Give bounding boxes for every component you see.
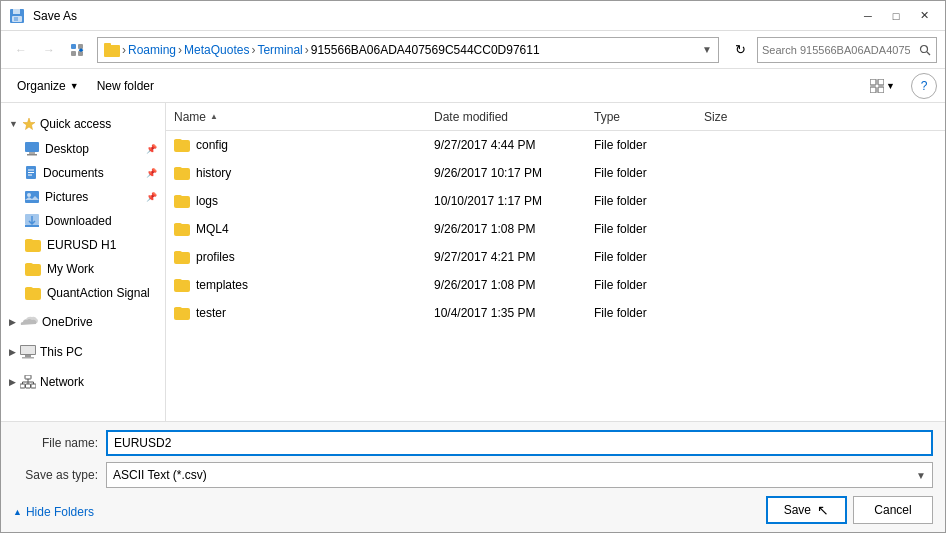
content-area: ▼ Quick access Desktop 📌 — [1, 103, 945, 421]
maximize-button[interactable]: □ — [883, 6, 909, 26]
folder-mywork-icon — [25, 263, 41, 276]
breadcrumb-terminal[interactable]: Terminal — [257, 43, 302, 57]
sidebar-item-pictures[interactable]: Pictures 📌 — [1, 185, 165, 209]
onedrive-section: ▶ OneDrive — [1, 309, 165, 335]
filename-label: File name: — [13, 436, 98, 450]
sidebar-item-quantaction[interactable]: QuantAction Signal — [1, 281, 165, 305]
file-type: File folder — [594, 222, 704, 236]
svg-marker-16 — [23, 118, 35, 130]
save-as-dialog: Save As ─ □ ✕ ← → — [0, 0, 946, 533]
table-row[interactable]: MQL4 9/26/2017 1:08 PM File folder — [166, 215, 945, 243]
file-type: File folder — [594, 166, 704, 180]
file-list: Name ▲ Date modified Type Size config — [166, 103, 945, 421]
file-date: 9/27/2017 4:44 PM — [434, 138, 594, 152]
col-type-header[interactable]: Type — [594, 110, 704, 124]
forward-icon: → — [43, 43, 55, 57]
svg-rect-29 — [21, 346, 35, 354]
refresh-button[interactable]: ↻ — [727, 37, 753, 63]
minimize-button[interactable]: ─ — [855, 6, 881, 26]
up-button[interactable] — [65, 38, 89, 62]
back-button[interactable]: ← — [9, 38, 33, 62]
table-row[interactable]: logs 10/10/2017 1:17 PM File folder — [166, 187, 945, 215]
sidebar-item-documents[interactable]: Documents 📌 — [1, 161, 165, 185]
col-size-label: Size — [704, 110, 727, 124]
table-row[interactable]: templates 9/26/2017 1:08 PM File folder — [166, 271, 945, 299]
view-icon — [870, 79, 884, 93]
breadcrumb-metaquotes[interactable]: MetaQuotes — [184, 43, 249, 57]
search-input[interactable] — [758, 44, 914, 56]
close-button[interactable]: ✕ — [911, 6, 937, 26]
hide-folders-icon: ▲ — [13, 507, 22, 517]
organize-button[interactable]: Organize ▼ — [9, 76, 87, 96]
table-row[interactable]: history 9/26/2017 10:17 PM File folder — [166, 159, 945, 187]
filename-input[interactable] — [106, 430, 933, 456]
savetype-select[interactable]: ASCII Text (*.csv) ▼ — [106, 462, 933, 488]
file-name-cell: templates — [174, 278, 434, 292]
table-row[interactable]: config 9/27/2017 4:44 PM File folder — [166, 131, 945, 159]
file-name-cell: logs — [174, 194, 434, 208]
hide-folders-toggle[interactable]: ▲ Hide Folders — [13, 501, 94, 519]
view-dropdown-icon: ▼ — [886, 81, 895, 91]
help-button[interactable]: ? — [911, 73, 937, 99]
file-date: 10/4/2017 1:35 PM — [434, 306, 594, 320]
col-date-header[interactable]: Date modified — [434, 110, 594, 124]
file-name: tester — [196, 306, 226, 320]
save-label: Save — [784, 503, 811, 517]
sidebar-item-downloaded[interactable]: Downloaded — [1, 209, 165, 233]
hide-folders-label: Hide Folders — [26, 505, 94, 519]
network-section: ▶ Network — [1, 369, 165, 395]
save-icon — [9, 8, 25, 24]
sidebar-item-desktop[interactable]: Desktop 📌 — [1, 137, 165, 161]
quick-access-header[interactable]: ▼ Quick access — [1, 111, 165, 137]
documents-icon — [25, 166, 37, 180]
quick-access-label: Quick access — [40, 117, 111, 131]
second-toolbar: Organize ▼ New folder ▼ ? — [1, 69, 945, 103]
sidebar: ▼ Quick access Desktop 📌 — [1, 103, 166, 421]
svg-rect-3 — [14, 17, 18, 21]
breadcrumb-bar[interactable]: › Roaming › MetaQuotes › Terminal › 9155… — [97, 37, 719, 63]
sidebar-item-thispc[interactable]: ▶ This PC — [1, 339, 165, 365]
sidebar-item-label-pictures: Pictures — [45, 190, 88, 204]
table-row[interactable]: tester 10/4/2017 1:35 PM File folder — [166, 299, 945, 327]
cancel-button[interactable]: Cancel — [853, 496, 933, 524]
filename-row: File name: — [13, 430, 933, 456]
search-button[interactable] — [914, 38, 936, 62]
quick-access-expand-icon: ▼ — [9, 119, 18, 129]
network-icon — [20, 375, 36, 389]
cursor-indicator: ↖ — [817, 502, 829, 518]
folder-row-icon — [174, 251, 190, 264]
title-bar: Save As ─ □ ✕ — [1, 1, 945, 31]
file-name: config — [196, 138, 228, 152]
pin-icon-desktop: 📌 — [146, 144, 157, 154]
breadcrumb-dropdown-icon[interactable]: ▼ — [702, 44, 712, 55]
file-date: 9/27/2017 4:21 PM — [434, 250, 594, 264]
view-button[interactable]: ▼ — [864, 76, 901, 96]
savetype-value: ASCII Text (*.csv) — [113, 468, 207, 482]
table-row[interactable]: profiles 9/27/2017 4:21 PM File folder — [166, 243, 945, 271]
sidebar-item-eurusd[interactable]: EURUSD H1 — [1, 233, 165, 257]
file-date: 9/26/2017 1:08 PM — [434, 222, 594, 236]
sidebar-item-onedrive[interactable]: ▶ OneDrive — [1, 309, 165, 335]
file-name-cell: MQL4 — [174, 222, 434, 236]
file-date: 9/26/2017 1:08 PM — [434, 278, 594, 292]
svg-rect-9 — [104, 43, 111, 47]
sidebar-item-network[interactable]: ▶ Network — [1, 369, 165, 395]
thispc-expand-icon: ▶ — [9, 347, 16, 357]
save-button[interactable]: Save ↖ — [766, 496, 847, 524]
col-size-header[interactable]: Size — [704, 110, 784, 124]
organize-dropdown-icon: ▼ — [70, 81, 79, 91]
title-controls: ─ □ ✕ — [855, 6, 937, 26]
forward-button[interactable]: → — [37, 38, 61, 62]
savetype-dropdown-icon: ▼ — [916, 470, 926, 481]
quick-access-section: ▼ Quick access Desktop 📌 — [1, 111, 165, 305]
svg-rect-12 — [870, 79, 876, 85]
breadcrumb-roaming[interactable]: Roaming — [128, 43, 176, 57]
sidebar-item-label-quantaction: QuantAction Signal — [47, 286, 150, 300]
file-name-cell: config — [174, 138, 434, 152]
sidebar-item-label-documents: Documents — [43, 166, 104, 180]
folder-row-icon — [174, 307, 190, 320]
new-folder-button[interactable]: New folder — [89, 76, 162, 96]
sidebar-item-mywork[interactable]: My Work — [1, 257, 165, 281]
file-name: templates — [196, 278, 248, 292]
col-name-header[interactable]: Name ▲ — [174, 110, 434, 124]
